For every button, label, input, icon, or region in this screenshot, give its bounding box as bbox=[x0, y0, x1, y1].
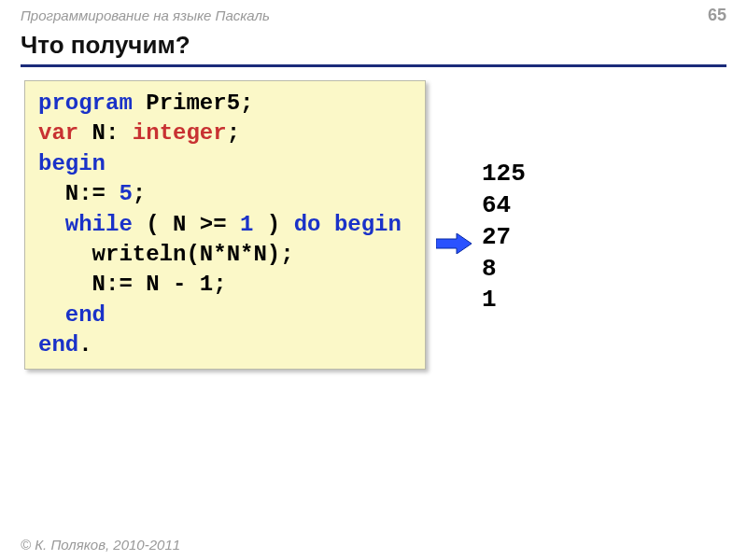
code-block: program Primer5; var N: integer; begin N… bbox=[24, 80, 426, 370]
code-text bbox=[38, 302, 65, 328]
kw-do: do bbox=[294, 212, 321, 237]
slide-header: Программирование на языке Паскаль 65 bbox=[0, 0, 747, 27]
kw-end2: end bbox=[38, 332, 78, 357]
code-text: ; bbox=[133, 181, 146, 206]
code-text: ; bbox=[227, 120, 240, 146]
slide-title: Что получим? bbox=[21, 31, 726, 63]
num-5: 5 bbox=[119, 181, 132, 206]
code-text: writeln(N*N*N); bbox=[38, 242, 294, 267]
num-1: 1 bbox=[240, 212, 253, 237]
kw-begin: begin bbox=[38, 151, 106, 176]
code-text: ) bbox=[253, 212, 293, 237]
title-row: Что получим? bbox=[0, 27, 747, 64]
code-text: N: bbox=[78, 120, 133, 146]
kw-program: program bbox=[38, 91, 133, 116]
code-text: . bbox=[78, 332, 92, 357]
arrow-column bbox=[435, 196, 472, 254]
code-text bbox=[38, 212, 65, 237]
svg-marker-0 bbox=[436, 233, 472, 254]
code-text: N:= N - 1; bbox=[38, 272, 227, 297]
code-text bbox=[320, 212, 333, 237]
kw-while: while bbox=[65, 212, 133, 237]
output-block: 125 64 27 8 1 bbox=[482, 133, 526, 316]
arrow-right-icon bbox=[436, 233, 472, 254]
kw-end: end bbox=[65, 302, 106, 328]
copyright: © К. Поляков, 2010-2011 bbox=[21, 537, 180, 553]
code-text: N:= bbox=[38, 181, 119, 206]
kw-var: var bbox=[38, 120, 78, 146]
page-number: 65 bbox=[708, 6, 726, 25]
course-title: Программирование на языке Паскаль bbox=[21, 7, 270, 23]
code-text: ( N >= bbox=[133, 212, 240, 237]
content-area: program Primer5; var N: integer; begin N… bbox=[0, 67, 747, 370]
code-text: Primer5; bbox=[133, 91, 254, 116]
kw-begin2: begin bbox=[334, 212, 402, 237]
kw-integer: integer bbox=[133, 120, 227, 146]
